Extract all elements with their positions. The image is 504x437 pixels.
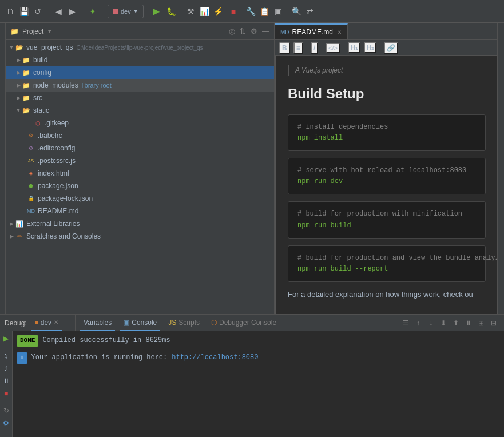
tree-item-node-modules[interactable]: ▶ 📁 node_modules library root [6,79,274,92]
localhost-link[interactable]: http://localhost:8080 [172,352,258,364]
md-heading: Build Setup [288,83,486,105]
code-block-1: # install dependencies npm install [288,114,486,151]
run-config-selector[interactable]: dev ▼ [108,5,144,18]
static-folder-icon: 📂 [22,106,31,115]
config-folder-icon: 📁 [22,68,31,77]
debug-pause-icon[interactable]: ⏸ [463,317,474,329]
md-link-button[interactable]: 🔗 [384,42,398,54]
readme-label: README.md [38,207,78,215]
tree-item-config[interactable]: ▶ 📁 config [6,66,274,79]
root-label: vue_project_qs [26,43,73,51]
config-arrow-icon: ▶ [15,70,22,76]
settings-icon[interactable]: ⚙ [251,27,257,35]
tab-readme[interactable]: MD README.md ✕ [275,23,348,39]
search-icon[interactable]: 🔍 [291,6,302,17]
node-modules-sublabel: library root [82,82,112,89]
debug-upload-icon[interactable]: ⬆ [450,317,462,329]
tree-item-build[interactable]: ▶ 📁 build [6,54,274,66]
debug-layout-icon[interactable]: ⊟ [488,317,499,329]
bookmark-icon[interactable]: ✦ [87,6,98,17]
debug-tab-variables[interactable]: Variables [80,315,115,331]
index-html-icon: ◈ [26,169,35,178]
coverage-icon[interactable]: 📊 [199,6,211,17]
translate-icon[interactable]: ⇄ [304,6,316,17]
pause-button[interactable]: ⏸ [1,376,11,386]
md-code-button[interactable]: </> [326,43,340,53]
tree-item-gitkeep[interactable]: ⬡ .gitkeep [6,117,274,129]
new-file-icon[interactable]: 🗋 [5,6,16,17]
debug-filter-icon[interactable]: ⬇ [438,317,449,329]
left-strip [0,23,6,314]
scratches-icon: ✏ [15,232,24,241]
build-icon[interactable]: ⚒ [185,6,197,17]
md-footer-text: For a detailed explanation on how things… [288,289,486,301]
postcssrc-icon: JS [26,156,35,165]
top-toolbar: 🗋 💾 ↺ ◀ ▶ ✦ dev ▼ ▶ 🐛 ⚒ 📊 ⚡ ■ 🔧 📋 ▣ 🔍 ⇄ [0,0,504,23]
debug-header: Debug: ■ dev ✕ Variables ▣ Console JS Sc… [0,315,504,331]
rerun-button[interactable]: ↻ [1,406,11,416]
tree-item-static[interactable]: ▼ 📂 static [6,104,274,117]
resume-button[interactable]: ▶ [1,333,11,344]
tree-item-babelrc[interactable]: ⚙ .babelrc [6,129,274,142]
back-icon[interactable]: ◀ [53,6,64,17]
refresh-icon[interactable]: ↺ [32,6,43,17]
static-label: static [33,106,49,114]
node-modules-icon: 📁 [22,81,31,90]
md-h2-button[interactable]: H₂ [364,42,376,53]
folder-icon: 📁 [10,27,19,35]
debug-tab-scripts[interactable]: JS Scripts [165,315,203,331]
debug-button[interactable]: 🐛 [164,7,178,16]
node-modules-label: node_modules [33,81,78,89]
tree-item-editorconfig[interactable]: ⚙ .editorconfig [6,142,274,154]
tree-item-index-html[interactable]: ◈ index.html [6,167,274,180]
scratches-arrow-icon: ▶ [8,233,15,239]
tree-item-package-json[interactable]: ⬟ package.json [6,180,274,192]
editorconfig-icon: ⚙ [26,144,35,153]
readme-icon: MD [26,206,35,216]
tools-icon[interactable]: 🔧 [245,6,256,17]
vcs-icon[interactable]: 📋 [259,6,270,17]
collapse-icon[interactable]: ⇅ [240,27,246,35]
debug-debugger-console-label: Debugger Console [219,319,276,327]
ext-libs-label: External Libraries [26,220,80,228]
stop-button[interactable]: ■ [231,7,236,16]
done-badge: DONE [17,335,38,347]
src-folder-icon: 📁 [22,93,31,102]
debug-tab-debugger-console[interactable]: ⬡ Debugger Console [208,315,280,331]
md-strikethrough-button[interactable]: ≡ [293,42,303,54]
right-strip [497,23,504,314]
step-over-button[interactable]: ⤵ [1,351,11,361]
debug-dev-close-icon[interactable]: ✕ [54,319,58,325]
debug-grid-icon[interactable]: ⊞ [475,317,487,329]
tree-item-external-libs[interactable]: ▶ 📊 External Libraries [6,217,274,230]
md-bold-button[interactable]: B [279,42,290,54]
package-json-label: package.json [38,182,78,190]
minimize-icon[interactable]: — [262,27,269,35]
forward-icon[interactable]: ▶ [66,6,78,17]
tree-item-readme[interactable]: MD README.md [6,205,274,217]
save-icon[interactable]: 💾 [18,6,30,17]
locate-icon[interactable]: ◎ [229,27,235,35]
debug-dev-tab[interactable]: ■ dev ✕ [31,315,62,331]
debug-menu-icon[interactable]: ☰ [400,317,411,329]
run-button[interactable]: ▶ [150,6,162,17]
debug-up-icon[interactable]: ↑ [412,317,424,329]
profile-icon[interactable]: ⚡ [213,6,224,17]
debug-tab-console[interactable]: ▣ Console [120,315,160,331]
tree-item-postcssrc[interactable]: JS .postcssrc.js [6,154,274,167]
tree-root[interactable]: ▼ 📂 vue_project_qs C:\Ide\IdeaProjects\l… [6,41,274,54]
md-italic-button[interactable]: I [311,42,318,54]
editorconfig-label: .editorconfig [38,144,75,152]
settings-debug-button[interactable]: ⚙ [1,418,11,428]
step-into-button[interactable]: ⤴ [1,363,11,374]
md-h1-button[interactable]: H₁ [348,42,360,53]
tree-item-package-lock[interactable]: 🔒 package-lock.json [6,192,274,205]
tab-close-icon[interactable]: ✕ [337,29,342,35]
panel-title[interactable]: 📁 Project ▼ [10,27,52,35]
ext-libs-arrow-icon: ▶ [8,221,15,227]
debug-down-icon[interactable]: ↓ [425,317,436,329]
terminal-icon[interactable]: ▣ [272,6,284,17]
tree-item-scratches[interactable]: ▶ ✏ Scratches and Consoles [6,230,274,243]
stop-debug-button[interactable]: ■ [1,388,11,399]
tree-item-src[interactable]: ▶ 📁 src [6,92,274,104]
